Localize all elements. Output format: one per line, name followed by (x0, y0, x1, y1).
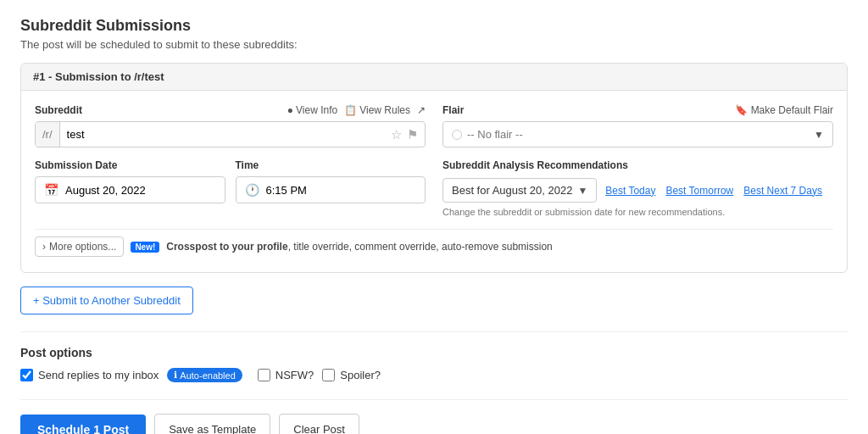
add-subreddit-btn[interactable]: + Submit to Another Subreddit (20, 287, 193, 314)
new-badge: New! (131, 242, 159, 253)
auto-enabled-badge: Auto-enabled (167, 368, 242, 382)
date-time-row: Submission Date 📅 Time 🕐 (35, 159, 426, 203)
subreddit-input[interactable] (60, 122, 384, 147)
date-label: Submission Date (35, 159, 225, 171)
best-tomorrow-link[interactable]: Best Tomorrow (665, 185, 733, 197)
nsfw-text: NSFW? (275, 369, 314, 381)
subreddit-input-wrapper: /r/ ☆ ⚑ (35, 121, 426, 147)
crosspost-text: Crosspost to your profile, title overrid… (166, 241, 552, 253)
subreddit-field: Subreddit ● View Info 📋 View Rules (35, 104, 426, 147)
clock-icon: 🕐 (245, 183, 259, 197)
time-label: Time (236, 159, 426, 171)
spoiler-checkbox[interactable] (322, 369, 335, 381)
view-info-btn[interactable]: ● View Info (287, 104, 337, 116)
view-rules-btn[interactable]: 📋 View Rules (344, 104, 410, 116)
external-link-icon: ↗ (417, 104, 426, 116)
more-options-btn[interactable]: › More options... (35, 236, 124, 257)
analysis-links: Best Today Best Tomorrow Best Next 7 Day… (605, 185, 822, 197)
page-subtitle: The post will be scheduled to submit to … (20, 38, 848, 51)
crosspost-label: Crosspost to your profile (166, 241, 287, 253)
page-title: Subreddit Submissions (20, 17, 848, 35)
date-input-wrapper[interactable]: 📅 (35, 176, 225, 203)
send-replies-checkbox[interactable] (20, 369, 33, 381)
left-col: Subreddit ● View Info 📋 View Rules (35, 104, 426, 217)
post-options-row: Send replies to my inbox Auto-enabled NS… (20, 368, 848, 382)
subreddit-icon-btns: ☆ ⚑ (384, 127, 425, 142)
nsfw-checkbox[interactable] (258, 369, 270, 381)
analysis-hint: Change the subreddit or submission date … (442, 207, 833, 217)
time-input-wrapper[interactable]: 🕐 (236, 176, 426, 203)
time-field: Time 🕐 (236, 159, 426, 203)
save-template-button[interactable]: Save as Template (154, 414, 270, 434)
best-for-text: Best for August 20, 2022 (452, 184, 572, 197)
nsfw-label[interactable]: NSFW? (258, 369, 314, 381)
bookmark-icon: 🔖 (735, 104, 748, 116)
clear-post-button[interactable]: Clear Post (279, 414, 359, 434)
top-fields: Subreddit ● View Info 📋 View Rules (35, 104, 833, 217)
send-replies-label[interactable]: Send replies to my inbox (20, 369, 159, 381)
flair-value: -- No flair -- (467, 128, 523, 141)
analysis-row: Best for August 20, 2022 ▼ Best Today Be… (442, 178, 833, 203)
submission-card: #1 - Submission to /r/test Subreddit ● V… (20, 63, 848, 273)
subreddit-label: Subreddit (35, 104, 82, 116)
flair-field: Flair 🔖 Make Default Flair -- No flair -… (442, 104, 833, 147)
best-for-select[interactable]: Best for August 20, 2022 ▼ (442, 178, 597, 203)
calendar-icon: 📅 (44, 183, 58, 197)
date-field: Submission Date 📅 (35, 159, 225, 203)
spoiler-label[interactable]: Spoiler? (322, 369, 381, 381)
more-options-row: › More options... New! Crosspost to your… (35, 229, 833, 259)
post-options-section: Post options Send replies to my inbox Au… (20, 346, 848, 382)
rules-icon: 📋 (344, 104, 357, 116)
best-7days-link[interactable]: Best Next 7 Days (743, 185, 822, 197)
info-icon: ● (287, 104, 293, 116)
flair-label-row: Flair 🔖 Make Default Flair (442, 104, 833, 116)
make-default-flair-btn[interactable]: 🔖 Make Default Flair (735, 104, 833, 116)
external-link-btn[interactable]: ↗ (417, 104, 426, 116)
send-replies-text: Send replies to my inbox (38, 369, 159, 381)
chevron-right-icon: › (42, 241, 46, 253)
best-for-chevron-icon: ▼ (577, 185, 587, 197)
flair-circle-icon (452, 130, 462, 140)
flair-select-left: -- No flair -- (452, 128, 523, 141)
subreddit-label-row: Subreddit ● View Info 📋 View Rules (35, 104, 426, 116)
analysis-label: Subreddit Analysis Recommendations (442, 159, 833, 171)
post-options-title: Post options (20, 346, 848, 359)
card-body: Subreddit ● View Info 📋 View Rules (21, 91, 847, 272)
crosspost-sub: , title override, comment override, auto… (288, 241, 553, 253)
flair-chevron-icon: ▼ (814, 129, 824, 141)
flag-icon[interactable]: ⚑ (407, 127, 418, 142)
date-input[interactable] (65, 184, 216, 197)
flair-label: Flair (442, 104, 464, 116)
analysis-section: Subreddit Analysis Recommendations Best … (442, 159, 833, 217)
add-subreddit-label: + Submit to Another Subreddit (33, 294, 181, 307)
time-input[interactable] (266, 184, 417, 197)
subreddit-actions: ● View Info 📋 View Rules ↗ (287, 104, 426, 116)
bottom-actions: Schedule 1 Post Save as Template Clear P… (20, 414, 848, 434)
spoiler-text: Spoiler? (340, 369, 381, 381)
best-today-link[interactable]: Best Today (605, 185, 655, 197)
subreddit-prefix: /r/ (36, 122, 60, 147)
star-icon[interactable]: ☆ (391, 127, 402, 142)
schedule-button[interactable]: Schedule 1 Post (20, 415, 146, 435)
card-header: #1 - Submission to /r/test (21, 64, 847, 91)
bottom-divider (20, 399, 848, 400)
divider (20, 331, 848, 332)
right-col: Flair 🔖 Make Default Flair -- No flair -… (442, 104, 833, 217)
flair-select[interactable]: -- No flair -- ▼ (442, 121, 833, 147)
